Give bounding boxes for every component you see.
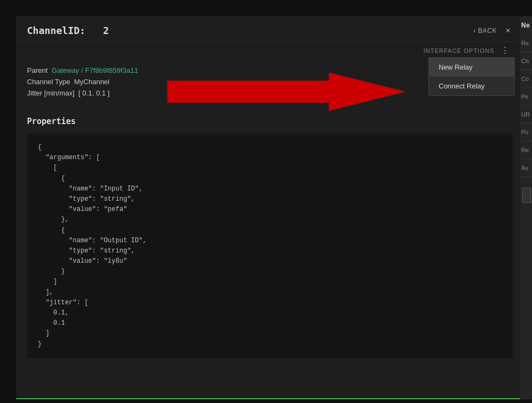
gateway-text: Gateway [52, 66, 79, 74]
right-sidebar-item-3: Pe [520, 88, 532, 106]
right-sidebar-partial: Ne Re Ch Co Pe UR Po Re Au [520, 16, 532, 399]
right-sidebar-item-7: Au [520, 159, 532, 177]
dropdown-menu: New Relay Connect Relay [428, 57, 515, 96]
main-container: ChannelID: 2 ‹ BACK × INTERFACE OPTIONS … [0, 0, 532, 403]
jitter-label: Jitter [min/max] [27, 89, 74, 97]
gateway-link[interactable]: Gateway / F7f8b9f859f3a11 [52, 66, 138, 74]
gateway-hash: F7f8b9f859f3a11 [85, 66, 138, 74]
right-sidebar-item-6: Re [520, 141, 532, 159]
interface-options-bar: INTERFACE OPTIONS ⋮ New Relay Connect Re… [16, 42, 523, 59]
dropdown-item-connect-relay[interactable]: Connect Relay [429, 77, 514, 95]
properties-section: Properties { "arguments": [ [ { "name": … [16, 108, 523, 367]
parent-label: Parent [27, 66, 47, 74]
back-button[interactable]: ‹ BACK [473, 27, 496, 35]
main-panel: ChannelID: 2 ‹ BACK × INTERFACE OPTIONS … [16, 16, 523, 399]
bottom-divider [16, 398, 523, 399]
dropdown-item-new-relay[interactable]: New Relay [429, 58, 514, 77]
right-sidebar-item-1: Ch [520, 52, 532, 70]
code-block: { "arguments": [ [ { "name": "Input ID",… [27, 134, 513, 358]
channel-id: ChannelID: 2 [27, 25, 109, 36]
close-button[interactable]: × [503, 25, 513, 36]
channel-id-value: 2 [103, 25, 109, 36]
interface-options-label: INTERFACE OPTIONS [424, 47, 494, 54]
interface-options-dots[interactable]: ⋮ [497, 44, 513, 57]
channel-id-label: ChannelID: [27, 25, 85, 36]
panel-header: ChannelID: 2 ‹ BACK × [16, 16, 523, 42]
right-sidebar-button[interactable] [522, 188, 531, 203]
separator: / [81, 66, 85, 74]
right-sidebar-item-4: UR [520, 106, 532, 124]
channel-type-label: Channel Type [27, 78, 70, 86]
channel-type-value: MyChannel [74, 78, 110, 86]
back-label: BACK [478, 27, 497, 35]
right-sidebar-item-5: Po [520, 124, 532, 141]
jitter-value: [ 0.1, 0.1 ] [78, 89, 110, 97]
properties-title: Properties [27, 117, 513, 126]
right-sidebar-item-0: Re [520, 35, 532, 52]
back-chevron-icon: ‹ [473, 27, 476, 35]
header-actions: ‹ BACK × [473, 25, 513, 36]
right-panel-title: Ne [520, 16, 532, 35]
right-sidebar-item-2: Co [520, 70, 532, 88]
